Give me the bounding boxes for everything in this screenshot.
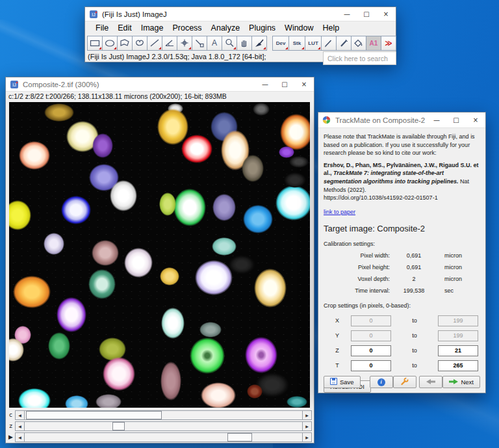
save-button[interactable]: Save xyxy=(324,376,361,388)
cell-blob xyxy=(253,103,270,116)
crop-t-from-input[interactable] xyxy=(351,360,391,371)
image-canvas[interactable] xyxy=(9,102,310,408)
link-to-paper[interactable]: link to paper xyxy=(324,208,355,217)
crop-z-to-input[interactable] xyxy=(438,345,478,356)
point-tool-button[interactable] xyxy=(177,36,192,51)
menu-file[interactable]: File xyxy=(91,23,113,33)
trackmate-titlebar[interactable]: TrackMate on Composite-2 — □ × xyxy=(318,112,485,128)
fill-tool-button[interactable] xyxy=(351,36,366,51)
calibration-table: Pixel width:0,691micronPixel height:0,69… xyxy=(324,250,480,296)
scrollbar-row: ▶◀▶ xyxy=(6,432,312,442)
menu-window[interactable]: Window xyxy=(280,23,318,33)
cell-blob xyxy=(103,357,135,391)
cell-blob xyxy=(247,384,262,399)
image-window-title: Composite-2.tif (300%) xyxy=(23,81,255,88)
hand-tool-button[interactable] xyxy=(237,36,252,51)
minimize-button[interactable]: — xyxy=(255,77,275,91)
cell-blob xyxy=(212,194,236,221)
dev-tool-button[interactable]: Dev xyxy=(272,36,289,51)
scroll-right-arrow[interactable]: ▶ xyxy=(302,421,312,431)
cell-blob xyxy=(57,297,86,332)
cell-blob xyxy=(9,338,24,362)
search-input[interactable] xyxy=(323,51,396,65)
scrollbar-label: z xyxy=(6,423,15,429)
close-button[interactable]: × xyxy=(294,77,314,91)
crop-z-from-input[interactable] xyxy=(351,345,391,356)
minimize-button[interactable]: — xyxy=(337,7,357,21)
stack-tool-button[interactable]: Stk xyxy=(288,36,305,51)
scrollbar-thumb[interactable] xyxy=(227,433,252,441)
menu-analyze[interactable]: Analyze xyxy=(207,23,244,33)
zoom-tool-button[interactable] xyxy=(222,36,237,51)
scroll-right-arrow[interactable]: ▶ xyxy=(302,410,312,420)
imagej-toolbar: A Dev Stk LUT A1 ≫ xyxy=(85,34,396,51)
color-picker-tool-button[interactable] xyxy=(251,36,267,51)
scrollbar-track[interactable] xyxy=(25,421,302,431)
close-button[interactable]: × xyxy=(466,112,485,127)
scrollbar-thumb[interactable] xyxy=(26,411,162,419)
menu-bar: FileEditImageProcessAnalyzePluginsWindow… xyxy=(85,21,396,34)
imagej-titlebar[interactable]: IJ (Fiji Is Just) ImageJ — □ × xyxy=(85,7,396,21)
scrollbar-track[interactable] xyxy=(25,410,302,420)
cell-blob xyxy=(19,141,50,170)
previous-button[interactable] xyxy=(419,376,442,388)
pencil-tool-button[interactable] xyxy=(321,36,337,51)
trackmate-logo-icon xyxy=(322,116,331,125)
cell-blob xyxy=(190,337,225,374)
save-icon xyxy=(330,378,337,386)
cell-blob xyxy=(96,394,122,408)
scroll-left-arrow[interactable]: ◀ xyxy=(15,410,25,420)
freehand-tool-button[interactable] xyxy=(132,36,147,51)
angle-tool-button[interactable] xyxy=(162,36,177,51)
crop-x-from-input xyxy=(351,315,391,326)
trackmate-body: Please note that TrackMate is available … xyxy=(318,128,485,393)
menu-image[interactable]: Image xyxy=(136,23,168,33)
text-tool-button[interactable]: A xyxy=(207,36,222,51)
maximize-button[interactable]: □ xyxy=(275,77,294,91)
image-window-titlebar[interactable]: IJ Composite-2.tif (300%) — □ × xyxy=(6,77,314,92)
wand-tool-button[interactable] xyxy=(192,36,207,51)
crop-t-to-input[interactable] xyxy=(438,360,478,371)
more-tools-button[interactable]: ≫ xyxy=(381,36,396,51)
rectangle-tool-button[interactable] xyxy=(87,36,103,51)
maximize-button[interactable]: □ xyxy=(357,7,376,21)
menu-process[interactable]: Process xyxy=(168,23,206,33)
scroll-left-arrow[interactable]: ◀ xyxy=(15,421,25,431)
menu-edit[interactable]: Edit xyxy=(113,23,136,33)
scrollbar-thumb[interactable] xyxy=(112,422,125,430)
brush-tool-button[interactable] xyxy=(336,36,352,51)
scroll-left-arrow[interactable]: ◀ xyxy=(15,432,25,442)
back-arrow-icon xyxy=(426,378,435,386)
info-icon: i xyxy=(377,378,385,386)
polygon-tool-button[interactable] xyxy=(117,36,133,51)
next-button[interactable]: Next xyxy=(442,376,480,388)
imagej-main-window: IJ (Fiji Is Just) ImageJ — □ × FileEditI… xyxy=(84,7,396,62)
crop-row-t: Tto xyxy=(324,358,478,373)
line-tool-button[interactable] xyxy=(147,36,162,51)
lut-tool-button[interactable]: LUT xyxy=(305,36,322,51)
settings-wrench-button[interactable] xyxy=(393,376,416,388)
maximize-button[interactable]: □ xyxy=(446,112,466,127)
info-button[interactable]: i xyxy=(370,376,393,388)
crop-axis-label: X xyxy=(324,317,351,325)
cell-blob xyxy=(242,155,264,182)
crop-row-z: Zto xyxy=(324,343,478,358)
cell-blob xyxy=(160,267,179,285)
cell-blob xyxy=(289,156,309,168)
scrollbar-track[interactable] xyxy=(25,432,302,442)
cell-blob xyxy=(44,233,64,255)
trackmate-window-title: TrackMate on Composite-2 xyxy=(335,116,427,124)
cell-blob xyxy=(254,269,287,308)
menu-help[interactable]: Help xyxy=(318,23,344,33)
cell-blob xyxy=(161,308,185,339)
crop-axis-label: Y xyxy=(324,332,351,340)
cell-blob xyxy=(18,388,51,408)
oval-tool-button[interactable] xyxy=(102,36,118,51)
close-button[interactable]: × xyxy=(376,7,396,21)
minimize-button[interactable]: — xyxy=(427,112,446,127)
selected-tool-button[interactable]: A1 xyxy=(366,36,381,51)
cell-blob xyxy=(279,146,294,158)
scroll-right-arrow[interactable]: ▶ xyxy=(302,432,312,442)
menu-plugins[interactable]: Plugins xyxy=(244,23,280,33)
cell-blob xyxy=(228,255,255,274)
